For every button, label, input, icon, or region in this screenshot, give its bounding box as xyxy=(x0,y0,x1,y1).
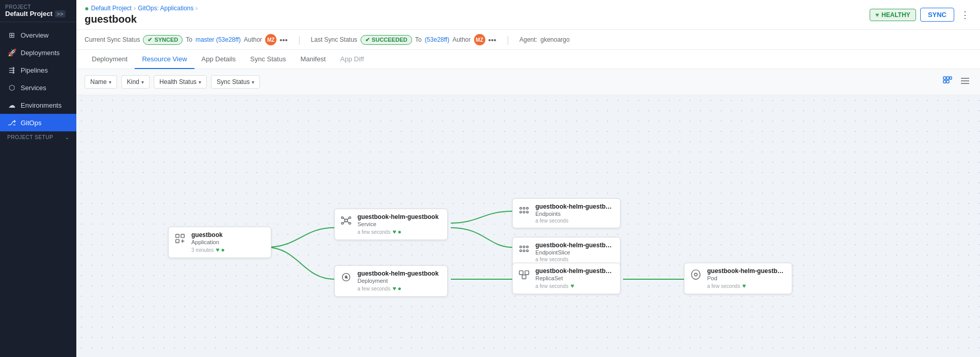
app-sync-icon: ● xyxy=(221,246,224,253)
project-setup-section[interactable]: PROJECT SETUP ⌄ xyxy=(0,131,76,142)
services-icon: ⬡ xyxy=(7,83,17,92)
svg-line-16 xyxy=(344,218,346,220)
succeeded-badge: ✔ SUCCEEDED xyxy=(361,35,412,45)
node-endpointslice-kind: EndpointSlice xyxy=(535,249,615,256)
filter-kind[interactable]: Kind ▾ xyxy=(121,75,150,89)
node-deployment-name: guestbook-helm-guestbook xyxy=(357,270,440,277)
node-application[interactable]: guestbook Application 3 minutes ♥ ● xyxy=(168,227,271,258)
graph-view-icon[interactable] xyxy=(941,74,954,90)
breadcrumb-sep2: › xyxy=(195,5,198,12)
page-title: guestbook xyxy=(85,13,865,25)
sidebar-item-pipelines[interactable]: ⇶ Pipelines xyxy=(0,61,76,79)
author-label-1: Author xyxy=(244,36,262,43)
healthy-dot: ● xyxy=(85,4,89,12)
node-service-badges: ♥ ● xyxy=(393,228,401,235)
more-btn-2[interactable]: ••• xyxy=(488,36,497,44)
node-endpoints-name: guestbook-helm-guestbook xyxy=(535,203,615,210)
project-arrow-icon: >> xyxy=(55,10,66,18)
sidebar-item-deployments[interactable]: 🚀 Deployments xyxy=(0,44,76,61)
agent-label: Agent: xyxy=(519,36,537,43)
node-endpointslice-content: guestbook-helm-guestbook-... EndpointSli… xyxy=(535,242,615,262)
filter-name-caret: ▾ xyxy=(109,79,111,85)
svg-rect-0 xyxy=(943,77,946,79)
avatar-2: MZ xyxy=(474,34,485,45)
tab-deployment[interactable]: Deployment xyxy=(85,50,135,69)
status-bar: Current Sync Status ✔ SYNCED To master (… xyxy=(76,30,980,50)
node-endpoints-content: guestbook-helm-guestbook Endpoints a few… xyxy=(535,203,615,224)
node-pod-time: a few seconds ♥ xyxy=(707,282,787,290)
node-service[interactable]: guestbook-helm-guestbook Service a few s… xyxy=(334,209,448,240)
svg-rect-8 xyxy=(176,234,179,237)
svg-point-26 xyxy=(523,211,525,213)
node-deployment-badges: ♥ ● xyxy=(393,285,401,292)
svg-point-30 xyxy=(527,246,529,248)
tab-app-details[interactable]: App Details xyxy=(194,50,243,69)
node-replicaset[interactable]: guestbook-helm-guestbook-... ReplicaSet … xyxy=(512,263,620,294)
breadcrumb-default-project[interactable]: Default Project xyxy=(91,5,132,12)
node-service-content: guestbook-helm-guestbook Service a few s… xyxy=(357,213,442,235)
pipelines-icon: ⇶ xyxy=(7,66,17,74)
filter-health-status[interactable]: Health Status ▾ xyxy=(154,75,207,89)
breadcrumb-sep1: › xyxy=(134,5,136,12)
heart-icon: ♥ xyxy=(875,11,879,19)
sidebar-item-services[interactable]: ⬡ Services xyxy=(0,79,76,96)
node-pod[interactable]: guestbook-helm-guestbook-... Pod a few s… xyxy=(684,263,792,294)
status-separator-2: | xyxy=(507,35,509,45)
sidebar-item-label: Services xyxy=(21,84,46,92)
service-sync-icon: ● xyxy=(398,228,401,235)
project-name[interactable]: Default Project >> xyxy=(5,10,66,18)
deployment-heart-icon: ♥ xyxy=(393,285,396,292)
svg-point-31 xyxy=(520,250,522,252)
project-label: Project xyxy=(5,4,66,10)
tab-sync-status[interactable]: Sync Status xyxy=(243,50,293,69)
sidebar-item-overview[interactable]: ⊞ Overview xyxy=(0,26,76,44)
node-deployment[interactable]: guestbook-helm-guestbook Deployment a fe… xyxy=(334,265,448,297)
node-pod-kind: Pod xyxy=(707,275,787,281)
filter-name[interactable]: Name ▾ xyxy=(85,75,117,89)
sidebar-item-label: Deployments xyxy=(21,49,60,57)
commit1-link[interactable]: master (53e28ff) xyxy=(195,36,241,43)
replicaset-heart-icon: ♥ xyxy=(570,282,574,290)
sidebar: Project Default Project >> ⊞ Overview 🚀 … xyxy=(0,0,76,357)
node-app-content: guestbook Application 3 minutes ♥ ● xyxy=(191,231,266,253)
tab-app-diff[interactable]: App Diff xyxy=(333,50,371,69)
svg-point-15 xyxy=(349,223,351,225)
sync-button[interactable]: SYNC xyxy=(920,8,954,22)
to-label-2: To xyxy=(415,36,422,43)
svg-point-14 xyxy=(341,223,344,225)
sidebar-item-label: Pipelines xyxy=(21,66,48,74)
endpointslice-icon xyxy=(517,242,531,256)
author-label-2: Author xyxy=(452,36,470,43)
top-bar-right: ♥ HEALTHY SYNC ⋮ xyxy=(870,7,972,23)
sidebar-item-environments[interactable]: ☁ Environments xyxy=(0,96,76,114)
svg-rect-4 xyxy=(946,80,949,83)
svg-point-27 xyxy=(527,211,529,213)
svg-point-21 xyxy=(345,276,347,278)
more-options-button[interactable]: ⋮ xyxy=(958,7,972,23)
to-label-1: To xyxy=(186,36,192,43)
list-view-icon[interactable] xyxy=(958,74,972,90)
tabs: Deployment Resource View App Details Syn… xyxy=(76,50,980,69)
svg-point-29 xyxy=(523,246,525,248)
top-bar-left: ● Default Project › GitOps: Applications… xyxy=(85,4,865,25)
filter-health-caret: ▾ xyxy=(199,79,201,85)
filter-bar-right xyxy=(941,74,972,90)
node-replicaset-kind: ReplicaSet xyxy=(535,275,615,281)
tab-resource-view[interactable]: Resource View xyxy=(135,50,194,69)
tab-manifest[interactable]: Manifest xyxy=(293,50,333,69)
svg-point-37 xyxy=(694,273,697,276)
node-deployment-kind: Deployment xyxy=(357,278,442,284)
sidebar-item-gitops[interactable]: ⎇ GitOps xyxy=(0,114,76,131)
svg-point-23 xyxy=(523,208,525,210)
breadcrumb-gitops-applications[interactable]: GitOps: Applications xyxy=(138,5,193,12)
node-replicaset-name: guestbook-helm-guestbook-... xyxy=(535,267,615,275)
svg-point-22 xyxy=(520,208,522,210)
svg-line-19 xyxy=(347,221,349,224)
svg-rect-3 xyxy=(943,80,946,83)
avatar-1: MZ xyxy=(265,34,276,45)
node-endpoints[interactable]: guestbook-helm-guestbook Endpoints a few… xyxy=(512,198,620,228)
more-btn-1[interactable]: ••• xyxy=(280,36,288,44)
filter-sync-status[interactable]: Sync Status ▾ xyxy=(211,75,260,89)
node-service-kind: Service xyxy=(357,221,442,227)
commit2-link[interactable]: (53e28ff) xyxy=(424,36,449,43)
